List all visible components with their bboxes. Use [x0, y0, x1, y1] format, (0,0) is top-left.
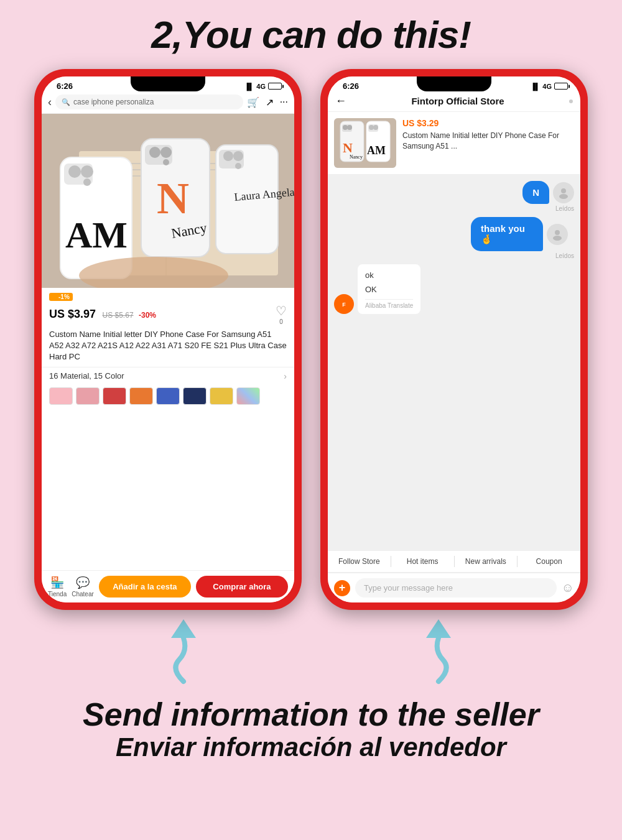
- svg-point-31: [343, 125, 348, 130]
- svg-point-11: [233, 151, 243, 161]
- phone-1: 6:26 ▐▌ 4G ‹ 🔍 case iphone personaliza 🛒…: [34, 69, 302, 610]
- chat-messages-area: N Leídos thank you 🤞 Leí: [328, 175, 580, 550]
- read-label-1: Leídos: [555, 205, 574, 212]
- back-button-phone2[interactable]: ←: [335, 95, 346, 108]
- swatch-red[interactable]: [103, 387, 126, 405]
- chevron-right-icon: ›: [284, 371, 287, 381]
- message-input[interactable]: Type your message here: [355, 578, 557, 598]
- svg-text:F: F: [342, 302, 346, 308]
- tab-hot-items[interactable]: Hot items: [391, 556, 454, 567]
- swatch-blue[interactable]: [156, 387, 180, 405]
- svg-text:AM: AM: [367, 144, 386, 157]
- tab-chatear[interactable]: 💬 Chatear: [72, 576, 94, 598]
- share-icon[interactable]: ↗: [266, 96, 274, 108]
- search-text: case iphone personaliza: [73, 98, 154, 106]
- phone1-status-icons: ▐▌ 4G: [244, 83, 282, 90]
- swatch-yellow[interactable]: [210, 387, 233, 405]
- svg-point-23: [68, 165, 81, 178]
- material-row[interactable]: 16 Material, 15 Color ›: [42, 367, 294, 385]
- reply-ok2[interactable]: OK: [365, 284, 413, 295]
- swatch-pink2[interactable]: [76, 387, 100, 405]
- buy-now-button[interactable]: Comprar ahora: [196, 576, 288, 598]
- tab-coupon[interactable]: Coupon: [518, 556, 580, 567]
- chat-icon: 💬: [76, 576, 90, 589]
- svg-point-40: [561, 188, 566, 193]
- cart-icon[interactable]: 🛒: [247, 96, 259, 108]
- svg-point-10: [223, 151, 233, 161]
- color-swatches: [42, 385, 294, 407]
- more-icon[interactable]: ···: [280, 96, 288, 108]
- price-discount: -30%: [139, 311, 156, 320]
- svg-point-41: [559, 194, 568, 199]
- main-title: 2,You can do this!: [151, 12, 471, 57]
- phone2-status-bar: 6:26 ▐▌ 4G: [328, 76, 580, 91]
- store-icon: 🏪: [50, 576, 64, 589]
- search-box-phone1[interactable]: 🔍 case iphone personaliza: [55, 95, 243, 109]
- svg-point-25: [83, 178, 91, 186]
- auto-replies-bubble: ok OK Alibaba Translate: [358, 264, 420, 314]
- battery-icon-2: [554, 83, 568, 90]
- bubble-thankyou: thank you 🤞: [471, 217, 543, 251]
- chat-product-preview: N Nancy AM US $3.29 Custom Name Initial …: [328, 112, 580, 175]
- price-area: US $3.97 US $5.67 -30%: [49, 308, 156, 321]
- discount-badge: -1%: [49, 293, 73, 301]
- arrow-left: [121, 616, 246, 685]
- emoji-button[interactable]: ☺: [562, 581, 574, 595]
- wishlist-count: 0: [279, 318, 283, 325]
- tab-new-arrivals[interactable]: New arrivals: [455, 556, 518, 567]
- add-to-cart-button[interactable]: Añadir a la cesta: [99, 576, 191, 598]
- price-old: US $5.67: [103, 311, 134, 320]
- phone1-product-content: -1% US $3.97 US $5.67 -30% ♡ 0 Custom Na…: [42, 288, 294, 570]
- phone1-notch: [131, 76, 205, 91]
- message-thankyou: thank you 🤞 Leídos: [334, 217, 574, 259]
- network-label-2: 4G: [542, 83, 552, 90]
- phone1-search-bar: ‹ 🔍 case iphone personaliza 🛒 ↗ ···: [42, 91, 294, 114]
- price-row: US $3.97 US $5.67 -30% ♡ 0: [42, 302, 294, 326]
- phone1-bottom-bar: 🏪 Tienda 💬 Chatear Añadir a la cesta Com…: [42, 570, 294, 602]
- phone2-time: 6:26: [340, 81, 359, 91]
- swatch-navy[interactable]: [183, 387, 207, 405]
- phone1-status-bar: 6:26 ▐▌ 4G: [42, 76, 294, 91]
- bottom-text-section: Send information to the seller Enviar in…: [70, 697, 552, 762]
- swatch-more[interactable]: [236, 387, 260, 405]
- arrow-right: [376, 616, 501, 685]
- battery-icon: [268, 83, 282, 90]
- material-label: 16 Material, 15 Color: [49, 371, 124, 381]
- read-label-2: Leídos: [555, 252, 574, 259]
- user-avatar-2: [547, 224, 568, 245]
- heart-icon: ♡: [276, 303, 287, 318]
- svg-point-17: [160, 147, 172, 158]
- back-button-phone1[interactable]: ‹: [48, 96, 52, 109]
- tienda-label: Tienda: [48, 591, 67, 598]
- swatch-pink[interactable]: [49, 387, 73, 405]
- svg-point-12: [235, 163, 241, 169]
- bubble-n: N: [522, 181, 549, 204]
- chat-product-info: US $3.29 Custom Name Initial letter DIY …: [402, 118, 574, 168]
- phone1-time: 6:26: [54, 81, 73, 91]
- wishlist-button[interactable]: ♡ 0: [276, 303, 287, 325]
- product-title-phone1: Custom Name Initial letter DIY Phone Cas…: [42, 326, 294, 367]
- svg-point-16: [149, 147, 160, 158]
- svg-text:AM: AM: [65, 215, 128, 256]
- badge-row: -1%: [42, 288, 294, 302]
- svg-text:Nancy: Nancy: [350, 154, 363, 160]
- message-store-reply: F ok OK Alibaba Translate: [334, 264, 574, 314]
- chat-tabs: Follow Store Hot items New arrivals Coup…: [328, 550, 580, 573]
- phone2-status-icons: ▐▌ 4G: [531, 83, 568, 90]
- svg-point-43: [553, 236, 562, 241]
- svg-point-32: [347, 125, 352, 130]
- tab-follow-store[interactable]: Follow Store: [328, 556, 391, 567]
- reply-ok1[interactable]: ok: [365, 269, 413, 281]
- swatch-orange[interactable]: [129, 387, 153, 405]
- svg-point-18: [163, 159, 169, 165]
- svg-point-42: [555, 230, 560, 235]
- store-name: Fintorp Official Store: [353, 96, 563, 106]
- chat-product-thumbnail: N Nancy AM: [334, 118, 396, 168]
- arrows-row: [44, 616, 578, 685]
- attach-button[interactable]: +: [334, 580, 350, 596]
- phone2-chat-header: ← Fintorp Official Store: [328, 91, 580, 112]
- user-avatar: [553, 182, 574, 203]
- tab-tienda[interactable]: 🏪 Tienda: [48, 576, 67, 598]
- svg-text:N: N: [157, 173, 189, 223]
- network-label: 4G: [256, 83, 266, 90]
